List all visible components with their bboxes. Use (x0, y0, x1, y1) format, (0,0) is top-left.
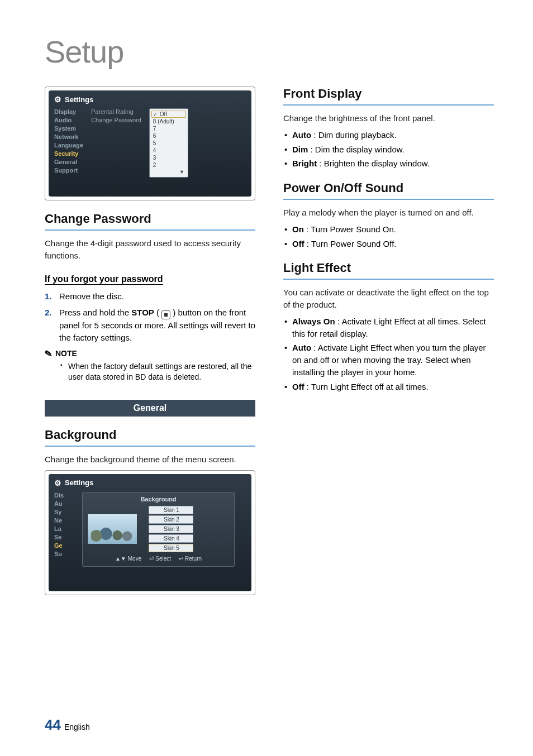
modal-footer: ▲▼ Move ⏎ Select ↩ Return (87, 556, 230, 562)
chevron-down-icon: ▼ (179, 169, 184, 175)
sidebar-item[interactable]: General (54, 159, 83, 165)
text-front-display: Change the brightness of the front panel… (283, 112, 494, 125)
menu-item[interactable]: Parental Rating (91, 108, 141, 115)
text-change-password: Change the 4-digit password used to acce… (45, 237, 255, 262)
sidebar-item[interactable]: Audio (54, 117, 83, 123)
skin-option[interactable]: Skin 4 (149, 534, 193, 543)
heading-power: Power On/Off Sound (283, 181, 494, 200)
gear-icon: ⚙ (54, 95, 61, 104)
select-icon: ⏎ (149, 556, 154, 562)
page-title: Setup (45, 34, 494, 70)
dropdown-option[interactable]: 3 (153, 155, 184, 161)
list-item: Auto : Dim during playback. (283, 129, 494, 141)
panel-title-text: Settings (65, 479, 93, 487)
panel-title-text: Settings (65, 95, 93, 104)
skin-option[interactable]: Skin 3 (149, 525, 193, 533)
step-1: 1. Remove the disc. (45, 290, 255, 303)
stop-icon (161, 310, 170, 319)
text-background: Change the background theme of the menu … (45, 453, 255, 466)
skin-list[interactable]: Skin 1Skin 2Skin 3Skin 4Skin 5 (149, 506, 193, 552)
list-item: Off : Turn Light Effect off at all times… (283, 381, 494, 393)
right-column: Front Display Change the brightness of t… (283, 87, 494, 606)
skin-option[interactable]: Skin 5 (149, 544, 193, 552)
settings-panel-parental: ⚙ Settings DisplayAudioSystemNetworkLang… (45, 87, 255, 200)
left-column: ⚙ Settings DisplayAudioSystemNetworkLang… (45, 87, 255, 606)
modal-title: Background (87, 496, 230, 503)
updown-icon: ▲▼ (115, 556, 126, 562)
note-icon: ✎ (44, 348, 53, 360)
heading-front-display: Front Display (283, 87, 494, 106)
dropdown-option[interactable]: 2 (153, 162, 184, 168)
dropdown-option[interactable]: 7 (153, 126, 184, 132)
note-header: ✎ NOTE (45, 348, 255, 359)
sidebar-item[interactable]: Language (54, 142, 83, 149)
banner-general: General (45, 400, 255, 417)
sidebar-item[interactable]: System (54, 125, 83, 132)
heading-background: Background (45, 428, 255, 447)
subheading-forgot: If you forgot your password (45, 274, 163, 285)
list-front-display: Auto : Dim during playback.Dim : Dim the… (283, 129, 494, 170)
skin-preview (87, 514, 137, 544)
dropdown-option[interactable]: 5 (153, 140, 184, 146)
dropdown-option[interactable]: 6 (153, 133, 184, 139)
sidebar-item[interactable]: Network (54, 133, 83, 140)
dropdown-option[interactable]: ✓Off (151, 111, 186, 118)
note-body: When the factory default settings are re… (45, 361, 255, 383)
skin-option[interactable]: Skin 1 (149, 506, 193, 514)
list-item: On : Turn Power Sound On. (283, 223, 494, 236)
settings-panel-background: ⚙ Settings DisAuSyNeLaSeGeSu Background … (45, 470, 255, 595)
list-item: Dim : Dim the display window. (283, 143, 494, 156)
menu-item[interactable]: Change Password (91, 117, 141, 123)
list-item: Always On : Activate Light Effect at all… (283, 315, 494, 340)
settings-side-list: DisplayAudioSystemNetworkLanguageSecurit… (54, 108, 83, 178)
dropdown-option[interactable]: 4 (153, 147, 184, 154)
text-power: Play a melody when the player is turned … (283, 207, 494, 219)
sidebar-item[interactable]: Display (54, 108, 83, 115)
list-item: Auto : Activate Light Effect when you tu… (283, 342, 494, 378)
rating-dropdown[interactable]: ✓Off8 (Adult)765432▼ (149, 108, 188, 178)
text-light: You can activate or deactivate the light… (283, 286, 494, 311)
skin-option[interactable]: Skin 2 (149, 515, 193, 524)
background-modal: Background Skin 1Skin 2Skin 3Skin 4Skin … (82, 492, 235, 567)
gear-icon: ⚙ (54, 479, 61, 487)
heading-change-password: Change Password (45, 212, 255, 231)
page-number: 44English (45, 716, 90, 734)
list-power: On : Turn Power Sound On.Off : Turn Powe… (283, 223, 494, 250)
sidebar-item[interactable]: Security (54, 150, 83, 157)
settings-mid-list: Parental RatingChange Password (91, 108, 141, 178)
list-light: Always On : Activate Light Effect at all… (283, 315, 494, 393)
step-2: 2. Press and hold the STOP ( ) button on… (45, 307, 255, 344)
dropdown-option[interactable]: 8 (Adult) (153, 118, 184, 125)
heading-light: Light Effect (283, 261, 494, 280)
list-item: Off : Turn Power Sound Off. (283, 238, 494, 250)
sidebar-item[interactable]: Support (54, 167, 83, 174)
return-icon: ↩ (179, 556, 183, 562)
list-item: Bright : Brighten the display window. (283, 157, 494, 170)
